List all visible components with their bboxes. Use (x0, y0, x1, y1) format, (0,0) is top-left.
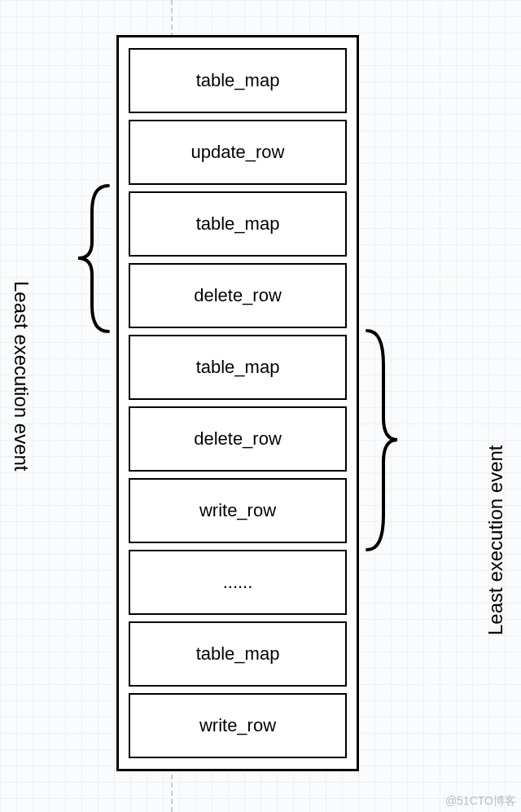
left-brace-label: Least execution event (10, 281, 33, 472)
event-stack: table_map update_row table_map delete_ro… (116, 35, 359, 771)
stack-cell: table_map (129, 335, 347, 400)
stack-cell: delete_row (129, 263, 347, 328)
right-brace-icon (359, 328, 404, 552)
stack-cell: table_map (129, 191, 347, 257)
stack-cell: ...... (129, 550, 347, 615)
stack-cell: delete_row (129, 406, 347, 472)
stack-cell: update_row (129, 120, 347, 185)
stack-cell: write_row (129, 693, 347, 758)
stack-cell: table_map (129, 48, 347, 113)
right-brace-label: Least execution event (484, 446, 507, 636)
watermark: @51CTO博客 (445, 794, 516, 809)
stack-cell: write_row (129, 478, 347, 543)
left-brace-icon (72, 183, 116, 334)
stack-cell: table_map (129, 621, 347, 687)
